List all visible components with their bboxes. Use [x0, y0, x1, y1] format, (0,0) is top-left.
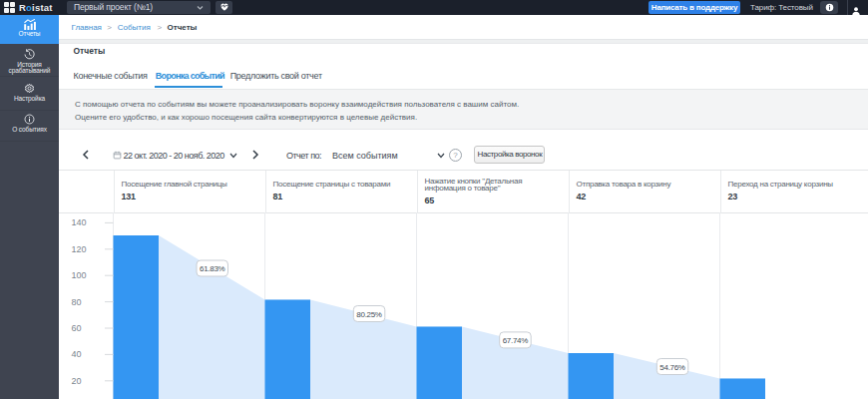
svg-text:80: 80	[72, 297, 82, 307]
svg-text:40: 40	[72, 349, 82, 359]
svg-text:61.83%: 61.83%	[200, 264, 225, 273]
svg-text:100: 100	[72, 270, 87, 280]
svg-text:60: 60	[72, 323, 82, 333]
svg-text:140: 140	[72, 217, 87, 227]
svg-text:54.76%: 54.76%	[659, 363, 685, 372]
svg-text:20: 20	[72, 376, 82, 386]
svg-text:120: 120	[72, 244, 87, 254]
svg-text:80.25%: 80.25%	[356, 310, 382, 319]
svg-text:67.74%: 67.74%	[503, 336, 529, 345]
